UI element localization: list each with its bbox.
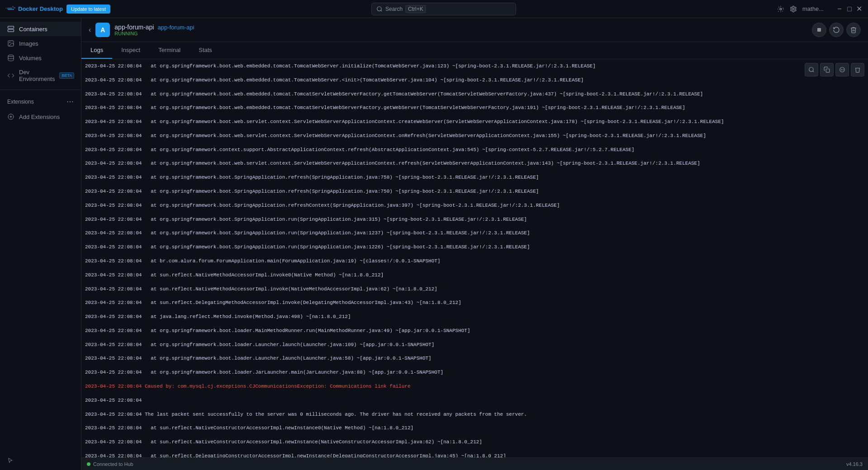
extensions-label: Extensions [7, 99, 34, 105]
search-placeholder: Search [385, 6, 403, 12]
sidebar-item-add-extensions[interactable]: Add Extensions [0, 109, 81, 124]
sidebar-divider [0, 90, 81, 90]
dev-environments-icon [7, 72, 14, 79]
log-line: 2023-04-25 22:08:04 at sun.reflect.Nativ… [85, 439, 864, 446]
sidebar-item-label: Volumes [19, 55, 42, 62]
minimize-button[interactable]: − [836, 6, 843, 12]
container-status: RUNNING [114, 31, 807, 36]
back-button[interactable]: ‹ [89, 26, 91, 34]
docker-logo: Docker Desktop [5, 4, 63, 14]
close-button[interactable]: ✕ [856, 6, 863, 12]
header-actions [812, 23, 861, 37]
delete-button[interactable] [846, 23, 861, 37]
log-container[interactable]: 2023-04-25 22:08:04 at org.springframewo… [81, 59, 868, 457]
tab-stats[interactable]: Stats [190, 42, 221, 59]
log-line: 2023-04-25 22:08:04 [85, 397, 864, 404]
log-line: 2023-04-25 22:08:04 at org.springframewo… [85, 188, 864, 195]
log-line: 2023-04-25 22:08:04 at org.springframewo… [85, 147, 864, 153]
svg-point-14 [840, 67, 845, 72]
svg-rect-4 [8, 29, 14, 32]
container-icon: A [95, 23, 110, 37]
settings-icon[interactable] [777, 5, 784, 13]
sidebar-item-containers[interactable]: Containers [0, 22, 81, 36]
pause-icon [839, 66, 845, 73]
tab-inspect[interactable]: Inspect [112, 42, 149, 59]
main-layout: Containers Images Volumes Dev Environmen… [0, 18, 868, 470]
app-name: Docker Desktop [18, 5, 63, 12]
top-bar-right: mathe... − □ ✕ [777, 5, 863, 13]
log-line: 2023-04-25 22:08:04 at sun.reflect.Nativ… [85, 425, 864, 432]
status-left: Connected to Hub [87, 461, 133, 467]
content: ‹ A app-forum-api app-forum-api RUNNING [81, 18, 868, 470]
extensions-more-button[interactable]: ⋯ [66, 97, 74, 106]
log-line: 2023-04-25 22:08:04 at org.springframewo… [85, 63, 864, 70]
log-line: 2023-04-25 22:08:04 at sun.reflect.Nativ… [85, 286, 864, 293]
svg-point-0 [377, 6, 381, 10]
log-line: 2023-04-25 22:08:04 at org.springframewo… [85, 174, 864, 181]
docker-icon [5, 4, 15, 14]
log-line: 2023-04-25 22:08:04 at org.springframewo… [85, 216, 864, 223]
sidebar-item-dev-environments[interactable]: Dev Environments BETA [0, 65, 81, 86]
container-header: ‹ A app-forum-api app-forum-api RUNNING [81, 18, 868, 42]
hub-connection-indicator [87, 462, 90, 466]
stop-icon [816, 26, 823, 33]
copy-icon [824, 66, 830, 73]
log-search-button[interactable] [805, 63, 818, 76]
log-line: 2023-04-25 22:08:04 at org.springframewo… [85, 230, 864, 237]
stop-button[interactable] [812, 23, 826, 37]
images-icon [7, 40, 14, 47]
log-line: 2023-04-25 22:08:04 The last packet sent… [85, 411, 864, 418]
log-line: 2023-04-25 22:08:04 at sun.reflect.Nativ… [85, 272, 864, 279]
maximize-button[interactable]: □ [846, 6, 853, 12]
log-line: 2023-04-25 22:08:04 at org.springframewo… [85, 355, 864, 362]
sidebar: Containers Images Volumes Dev Environmen… [0, 18, 81, 470]
volumes-icon [7, 54, 14, 62]
tabs: Logs Inspect Terminal Stats [81, 42, 868, 59]
log-line: 2023-04-25 22:08:04 at org.springframewo… [85, 133, 864, 139]
delete-icon [850, 26, 857, 33]
log-line: 2023-04-25 22:08:04 at org.springframewo… [85, 91, 864, 98]
log-pause-button[interactable] [835, 63, 849, 76]
beta-badge: BETA [59, 72, 74, 79]
update-button[interactable]: Update to latest [66, 5, 110, 14]
log-clear-button[interactable] [851, 63, 864, 76]
svg-rect-3 [8, 26, 14, 28]
log-line: 2023-04-25 22:08:04 Caused by: com.mysql… [85, 383, 864, 390]
tab-logs[interactable]: Logs [81, 42, 112, 59]
log-line: 2023-04-25 22:08:04 at br.com.alura.foru… [85, 258, 864, 265]
svg-point-2 [792, 8, 794, 10]
log-search-icon [808, 66, 815, 73]
svg-rect-13 [826, 69, 830, 72]
extensions-header: Extensions ⋯ [0, 94, 81, 109]
log-line: 2023-04-25 22:08:04 at org.springframewo… [85, 160, 864, 167]
status-bar: Connected to Hub v4.16.3 [81, 457, 868, 470]
sidebar-item-volumes[interactable]: Volumes [0, 51, 81, 65]
search-icon [376, 6, 383, 12]
svg-point-6 [9, 42, 10, 43]
sidebar-item-images[interactable]: Images [0, 36, 81, 51]
log-line: 2023-04-25 22:08:04 at org.springframewo… [85, 77, 864, 84]
restart-icon [833, 26, 840, 33]
sidebar-item-label: Images [19, 40, 38, 47]
tab-terminal[interactable]: Terminal [149, 42, 190, 59]
add-extensions-label: Add Extensions [19, 114, 60, 120]
log-line: 2023-04-25 22:08:04 at sun.reflect.Deleg… [85, 453, 864, 457]
sidebar-item-label: Containers [19, 26, 47, 33]
sidebar-bottom [0, 451, 81, 470]
svg-point-12 [809, 67, 813, 71]
window-controls: − □ ✕ [836, 6, 863, 12]
status-right: v4.16.3 [846, 461, 863, 467]
container-name: app-forum-api app-forum-api [114, 24, 807, 31]
svg-point-1 [780, 8, 782, 10]
container-info: app-forum-api app-forum-api RUNNING [114, 24, 807, 36]
gear-icon[interactable] [790, 5, 797, 13]
log-line: 2023-04-25 22:08:04 at org.springframewo… [85, 244, 864, 251]
log-line: 2023-04-25 22:08:04 at sun.reflect.Deleg… [85, 299, 864, 306]
search-bar[interactable]: Search Ctrl+K [371, 3, 516, 15]
container-link[interactable]: app-forum-api [157, 24, 194, 31]
restart-button[interactable] [829, 23, 844, 37]
log-content: 2023-04-25 22:08:04 at org.springframewo… [81, 59, 868, 457]
log-copy-button[interactable] [820, 63, 834, 76]
search-shortcut: Ctrl+K [405, 5, 426, 13]
cursor-icon [7, 457, 14, 464]
